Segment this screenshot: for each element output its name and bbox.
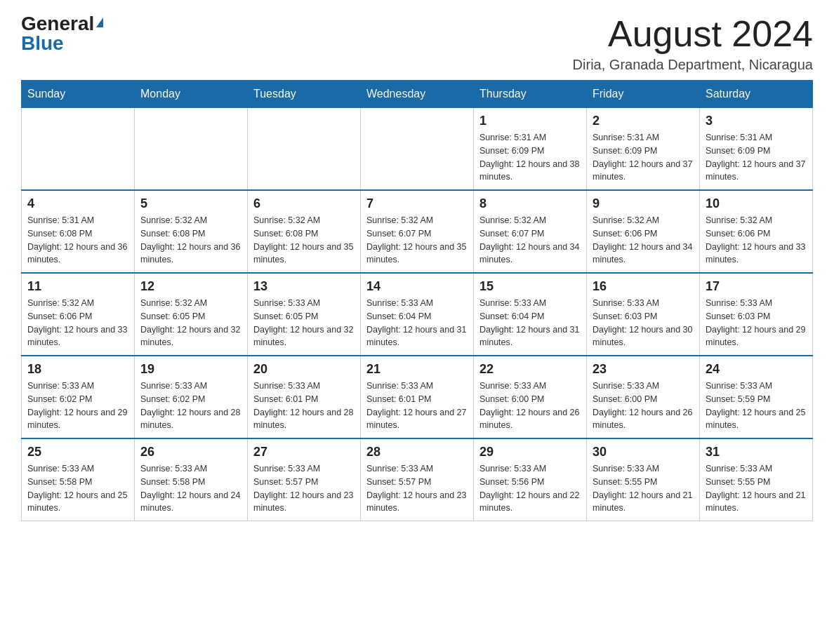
day-info: Sunrise: 5:33 AMSunset: 6:00 PMDaylight:… [593,380,694,432]
day-info: Sunrise: 5:31 AMSunset: 6:09 PMDaylight:… [479,131,581,184]
day-info: Sunrise: 5:31 AMSunset: 6:09 PMDaylight:… [706,131,807,184]
day-number: 5 [140,196,241,211]
day-number: 25 [27,445,128,459]
day-number: 28 [366,445,468,459]
day-number: 31 [706,445,807,459]
day-info: Sunrise: 5:33 AMSunset: 6:01 PMDaylight:… [366,380,468,432]
day-info: Sunrise: 5:33 AMSunset: 6:04 PMDaylight:… [366,297,468,349]
calendar-cell: 7Sunrise: 5:32 AMSunset: 6:07 PMDaylight… [361,190,474,273]
calendar-cell: 4Sunrise: 5:31 AMSunset: 6:08 PMDaylight… [22,190,135,273]
header-row: SundayMondayTuesdayWednesdayThursdayFrid… [22,81,813,108]
day-number: 6 [253,196,355,211]
day-info: Sunrise: 5:32 AMSunset: 6:06 PMDaylight:… [706,214,807,267]
day-info: Sunrise: 5:33 AMSunset: 6:02 PMDaylight:… [27,380,128,432]
day-number: 29 [479,445,581,459]
calendar-cell [361,108,474,191]
calendar-cell: 19Sunrise: 5:33 AMSunset: 6:02 PMDayligh… [135,356,248,438]
week-row-3: 18Sunrise: 5:33 AMSunset: 6:02 PMDayligh… [22,356,813,438]
day-info: Sunrise: 5:33 AMSunset: 5:57 PMDaylight:… [253,462,355,515]
calendar-cell: 13Sunrise: 5:33 AMSunset: 6:05 PMDayligh… [248,273,361,356]
calendar-cell: 1Sunrise: 5:31 AMSunset: 6:09 PMDaylight… [474,108,587,191]
day-info: Sunrise: 5:33 AMSunset: 5:56 PMDaylight:… [479,462,581,515]
calendar-cell: 21Sunrise: 5:33 AMSunset: 6:01 PMDayligh… [361,356,474,438]
calendar-cell: 12Sunrise: 5:32 AMSunset: 6:05 PMDayligh… [135,273,248,356]
calendar-cell: 24Sunrise: 5:33 AMSunset: 5:59 PMDayligh… [700,356,813,438]
day-info: Sunrise: 5:33 AMSunset: 5:59 PMDaylight:… [706,380,807,432]
calendar-cell: 29Sunrise: 5:33 AMSunset: 5:56 PMDayligh… [474,438,587,521]
day-info: Sunrise: 5:31 AMSunset: 6:08 PMDaylight:… [27,214,128,267]
calendar-table: SundayMondayTuesdayWednesdayThursdayFrid… [21,80,813,521]
day-number: 26 [140,445,241,459]
calendar-cell: 22Sunrise: 5:33 AMSunset: 6:00 PMDayligh… [474,356,587,438]
day-number: 1 [479,114,581,128]
week-row-2: 11Sunrise: 5:32 AMSunset: 6:06 PMDayligh… [22,273,813,356]
day-info: Sunrise: 5:33 AMSunset: 6:01 PMDaylight:… [253,380,355,432]
page-subtitle: Diria, Granada Department, Nicaragua [573,57,813,73]
calendar-cell [22,108,135,191]
day-info: Sunrise: 5:32 AMSunset: 6:07 PMDaylight:… [366,214,468,267]
day-number: 20 [253,362,355,377]
day-number: 23 [593,362,694,377]
day-info: Sunrise: 5:32 AMSunset: 6:07 PMDaylight:… [479,214,581,267]
day-info: Sunrise: 5:33 AMSunset: 6:02 PMDaylight:… [140,380,241,432]
calendar-cell: 9Sunrise: 5:32 AMSunset: 6:06 PMDaylight… [587,190,700,273]
day-info: Sunrise: 5:33 AMSunset: 6:05 PMDaylight:… [253,297,355,349]
header-thursday: Thursday [474,81,587,108]
day-number: 11 [27,279,128,294]
title-block: August 2024 Diria, Granada Department, N… [573,14,813,73]
day-info: Sunrise: 5:33 AMSunset: 5:58 PMDaylight:… [27,462,128,515]
day-info: Sunrise: 5:33 AMSunset: 5:57 PMDaylight:… [366,462,468,515]
day-number: 19 [140,362,241,377]
calendar-cell: 6Sunrise: 5:32 AMSunset: 6:08 PMDaylight… [248,190,361,273]
day-number: 3 [706,114,807,128]
page-title: August 2024 [573,14,813,54]
calendar-cell: 28Sunrise: 5:33 AMSunset: 5:57 PMDayligh… [361,438,474,521]
day-info: Sunrise: 5:32 AMSunset: 6:08 PMDaylight:… [140,214,241,267]
day-info: Sunrise: 5:32 AMSunset: 6:08 PMDaylight:… [253,214,355,267]
header-saturday: Saturday [700,81,813,108]
day-number: 12 [140,279,241,294]
calendar-cell: 8Sunrise: 5:32 AMSunset: 6:07 PMDaylight… [474,190,587,273]
header-sunday: Sunday [22,81,135,108]
day-info: Sunrise: 5:32 AMSunset: 6:06 PMDaylight:… [27,297,128,349]
day-number: 15 [479,279,581,294]
day-number: 13 [253,279,355,294]
day-info: Sunrise: 5:33 AMSunset: 5:55 PMDaylight:… [593,462,694,515]
calendar-cell: 15Sunrise: 5:33 AMSunset: 6:04 PMDayligh… [474,273,587,356]
day-number: 7 [366,196,468,211]
day-info: Sunrise: 5:33 AMSunset: 5:55 PMDaylight:… [706,462,807,515]
day-number: 21 [366,362,468,377]
calendar-cell: 5Sunrise: 5:32 AMSunset: 6:08 PMDaylight… [135,190,248,273]
calendar-cell: 31Sunrise: 5:33 AMSunset: 5:55 PMDayligh… [700,438,813,521]
day-info: Sunrise: 5:32 AMSunset: 6:06 PMDaylight:… [593,214,694,267]
calendar-cell [248,108,361,191]
header-tuesday: Tuesday [248,81,361,108]
calendar-cell: 17Sunrise: 5:33 AMSunset: 6:03 PMDayligh… [700,273,813,356]
day-info: Sunrise: 5:31 AMSunset: 6:09 PMDaylight:… [593,131,694,184]
day-number: 8 [479,196,581,211]
week-row-4: 25Sunrise: 5:33 AMSunset: 5:58 PMDayligh… [22,438,813,521]
calendar-header: SundayMondayTuesdayWednesdayThursdayFrid… [22,81,813,108]
logo: General Blue [21,14,103,53]
calendar-body: 1Sunrise: 5:31 AMSunset: 6:09 PMDaylight… [22,108,813,521]
day-number: 24 [706,362,807,377]
header-monday: Monday [135,81,248,108]
calendar-cell: 10Sunrise: 5:32 AMSunset: 6:06 PMDayligh… [700,190,813,273]
calendar-cell: 11Sunrise: 5:32 AMSunset: 6:06 PMDayligh… [22,273,135,356]
calendar-cell: 25Sunrise: 5:33 AMSunset: 5:58 PMDayligh… [22,438,135,521]
day-number: 14 [366,279,468,294]
day-number: 27 [253,445,355,459]
calendar-cell: 26Sunrise: 5:33 AMSunset: 5:58 PMDayligh… [135,438,248,521]
day-info: Sunrise: 5:33 AMSunset: 6:03 PMDaylight:… [706,297,807,349]
day-number: 30 [593,445,694,459]
calendar-cell: 30Sunrise: 5:33 AMSunset: 5:55 PMDayligh… [587,438,700,521]
day-info: Sunrise: 5:32 AMSunset: 6:05 PMDaylight:… [140,297,241,349]
calendar-cell [135,108,248,191]
week-row-1: 4Sunrise: 5:31 AMSunset: 6:08 PMDaylight… [22,190,813,273]
week-row-0: 1Sunrise: 5:31 AMSunset: 6:09 PMDaylight… [22,108,813,191]
day-info: Sunrise: 5:33 AMSunset: 5:58 PMDaylight:… [140,462,241,515]
day-number: 18 [27,362,128,377]
calendar-cell: 16Sunrise: 5:33 AMSunset: 6:03 PMDayligh… [587,273,700,356]
day-number: 16 [593,279,694,294]
calendar-cell: 20Sunrise: 5:33 AMSunset: 6:01 PMDayligh… [248,356,361,438]
